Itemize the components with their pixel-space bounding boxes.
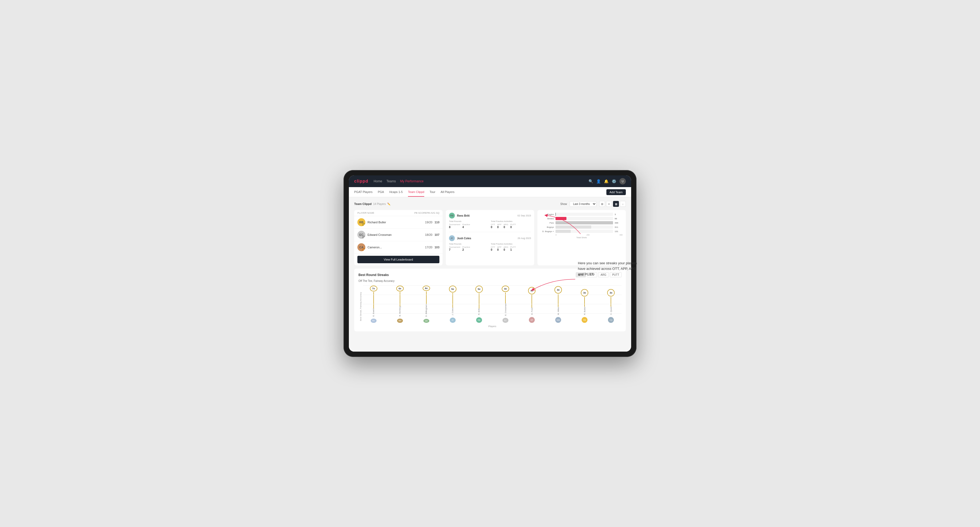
- player-name-3: Cameron...: [368, 246, 382, 249]
- table-row: EC 2 Edward Crossman 18/20 107: [354, 229, 442, 241]
- stats-avatar-2: JC: [449, 235, 455, 241]
- streak-bubble-britt: 5x: [476, 286, 483, 293]
- nav-home[interactable]: Home: [374, 178, 382, 184]
- team-title: Team Clippd 14 Players ✏️: [354, 202, 390, 205]
- annotation-box: Here you can see streaks your players ha…: [578, 260, 642, 277]
- rank-badge-2: 2: [362, 236, 365, 239]
- player-info-3: CA 3 Cameron...: [357, 243, 423, 251]
- streak-name-britt: R. Britt: [478, 308, 480, 316]
- putt-label-1: PUTT: [510, 223, 516, 226]
- view-leaderboard-button[interactable]: View Full Leaderboard: [357, 256, 439, 263]
- ott-stat-1: OTT 0: [491, 223, 495, 229]
- avatar[interactable]: U: [619, 178, 626, 184]
- stats-player-header-1: RB Rees Britt 02 Sep 2023: [449, 213, 531, 219]
- tournament-label-1: Tournament: [449, 223, 460, 226]
- total-rounds-section-1: Total Rounds Tournament 8 Practice: [449, 220, 489, 229]
- edit-icon[interactable]: ✏️: [387, 203, 390, 205]
- list-view-button[interactable]: ≡: [606, 201, 612, 207]
- sub-nav-pgat[interactable]: PGAT Players: [354, 187, 372, 197]
- settings-icon[interactable]: ⚙️: [612, 179, 616, 183]
- streak-avatar-coles: JC: [450, 317, 456, 323]
- tournament-value-2: 7: [449, 248, 460, 251]
- content-columns: PLAYER NAME PB SCORE PB AVG SQ RB 1 Rich…: [354, 210, 626, 265]
- practice-numbers-2: OTT 0 APP 0 ARG: [491, 246, 531, 251]
- streak-bubble-coles: 5x: [449, 286, 457, 292]
- player-name-2: Edward Crossman: [368, 233, 391, 237]
- x-label-200: 200: [586, 234, 590, 236]
- stats-player-name-2: Josh Coles: [457, 237, 471, 240]
- practice-activities-2: Total Practice Activities OTT 0 APP: [491, 243, 531, 251]
- streak-line-coles: [452, 293, 453, 308]
- stats-player-name-1: Rees Britt: [457, 214, 469, 217]
- streak-line-miller: [558, 294, 558, 307]
- streak-bar-coles: 5x J. Coles JC: [442, 286, 463, 323]
- streak-line-britt: [479, 293, 479, 308]
- logo: clippd: [354, 179, 368, 184]
- streak-avatar-billingham: DB: [423, 319, 429, 323]
- chart-view-button[interactable]: ▦: [613, 201, 619, 207]
- nav-bar: clippd Home Teams My Performance 🔍 👤 🔔 ⚙…: [349, 175, 631, 187]
- add-team-button[interactable]: Add Team: [606, 189, 626, 195]
- nav-teams[interactable]: Teams: [387, 178, 396, 184]
- nav-my-performance[interactable]: My Performance: [400, 178, 423, 184]
- streak-bar-groups: 7x E. Ewert EE 6x B. McHerg: [363, 286, 622, 323]
- streak-bar-ewert: 7x E. Ewert EE: [363, 286, 384, 323]
- players-x-label: Players: [363, 325, 622, 328]
- bar-value-birdies: 96: [615, 217, 623, 220]
- streaks-subtitle: Off The Tee, Fairway Accuracy: [358, 279, 622, 283]
- x-label-400: 400: [619, 234, 623, 236]
- sub-nav-right: Add Team: [606, 189, 626, 195]
- player-avatar-2: EC 2: [357, 231, 365, 239]
- app-value-1: 0: [497, 226, 501, 229]
- bar-value-pars: 499: [615, 222, 623, 224]
- streak-line-mcherg: [400, 292, 400, 306]
- bell-icon[interactable]: 🔔: [604, 179, 609, 183]
- total-rounds-label-1: Total Rounds: [449, 220, 489, 222]
- streak-bubble-billingham: 6x: [423, 286, 430, 291]
- grid-view-button[interactable]: ⊞: [599, 201, 605, 207]
- streak-line-ford: [531, 295, 532, 308]
- period-select[interactable]: Last 3 months: [570, 201, 597, 207]
- arg-stat-2: ARG 0: [504, 246, 508, 251]
- streak-name-mcherg: B. McHerg: [399, 306, 401, 317]
- practice-stat-1: Practice 4: [462, 223, 470, 229]
- streak-avatar-ewert: EE: [371, 319, 377, 323]
- sub-nav-hcaps[interactable]: Hcaps 1-5: [389, 187, 402, 197]
- streak-name-ford: D. Ford: [531, 308, 533, 316]
- arg-label-2: ARG: [504, 246, 508, 248]
- tournament-label-2: Tournament: [449, 246, 460, 248]
- streak-bar-billingham: 6x D. Billingham DB: [416, 286, 437, 323]
- streak-avatar-miller: MM: [555, 317, 561, 323]
- stats-grid-1: Total Rounds Tournament 8 Practice: [449, 220, 531, 229]
- sub-nav-pga[interactable]: PGA: [378, 187, 384, 197]
- streak-bar-britt: 5x R. Britt RB: [468, 286, 490, 323]
- streak-bar-mcherg: 6x B. McHerg BM: [389, 286, 410, 323]
- sub-nav-team-clippd[interactable]: Team Clippd: [408, 187, 424, 197]
- player-score-2: 18/20: [425, 233, 433, 237]
- total-rounds-label-2: Total Rounds: [449, 243, 489, 245]
- user-icon[interactable]: 👤: [596, 179, 601, 183]
- app-stat-2: APP 0: [497, 246, 501, 251]
- player-stats-1: RB Rees Britt 02 Sep 2023 Total Rounds T…: [449, 213, 531, 232]
- player-stats-2: JC Josh Coles 26 Aug 2023 Total Rounds T…: [449, 235, 531, 254]
- bar-value-bogeys: 311: [615, 226, 623, 229]
- sub-nav-tour[interactable]: Tour: [430, 187, 435, 197]
- streak-avatar-crossman: EC: [503, 318, 508, 323]
- col-pb-avg: PB AVG SQ: [426, 211, 439, 214]
- player-avg-3: 103: [434, 246, 439, 249]
- streak-bubble-mcherg: 6x: [396, 286, 404, 291]
- putt-value-1: 0: [510, 226, 516, 229]
- search-icon[interactable]: 🔍: [589, 179, 593, 183]
- player-avatar-3: CA 3: [357, 243, 365, 251]
- sub-nav-all-players[interactable]: All Players: [441, 187, 455, 197]
- export-button[interactable]: ↓: [620, 201, 626, 207]
- y-axis-label: Best Streak, Fairway Accuracy: [358, 286, 363, 328]
- team-header: Team Clippd 14 Players ✏️ Show Last 3 mo…: [354, 201, 626, 207]
- streak-bubble-quick: 3x: [607, 289, 615, 297]
- practice-label-2: Practice: [462, 246, 470, 248]
- nav-icons: 🔍 👤 🔔 ⚙️ U: [589, 178, 626, 184]
- player-count: 14 Players: [373, 203, 386, 205]
- table-header: PLAYER NAME PB SCORE PB AVG SQ: [354, 210, 442, 216]
- sub-nav: PGAT Players PGA Hcaps 1-5 Team Clippd T…: [349, 187, 631, 197]
- streak-line-quick: [611, 297, 611, 306]
